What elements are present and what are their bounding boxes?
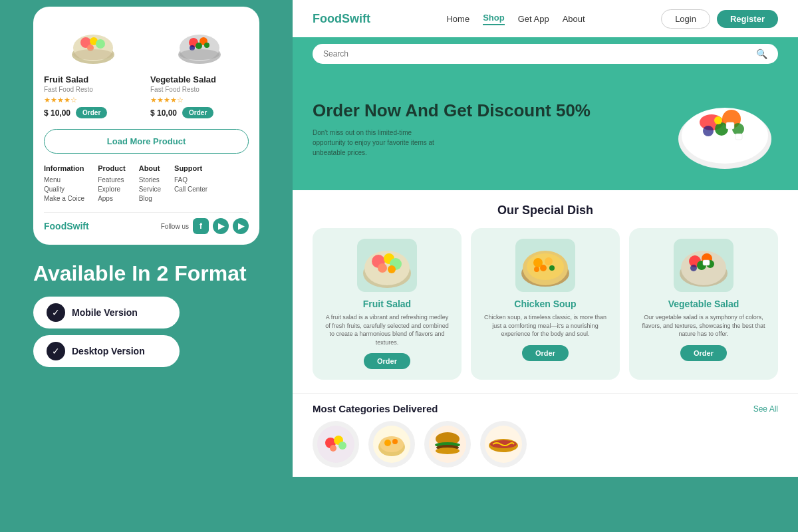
- category-salad[interactable]: [313, 421, 359, 467]
- desktop-check-icon: ✓: [47, 342, 65, 360]
- product-row: Fruit Salad Fast Food Resto ★★★★☆ $ 10,0…: [44, 17, 249, 118]
- search-bar: 🔍: [313, 44, 778, 64]
- svg-rect-23: [726, 122, 734, 129]
- card-footer: FoodSwift Follow us f ▶ ▶: [44, 212, 249, 234]
- footer-link-apps[interactable]: Apps: [98, 195, 126, 202]
- soup-category-icon: [372, 424, 412, 464]
- order-button-2[interactable]: Order: [182, 107, 213, 118]
- footer-link-faq[interactable]: FAQ: [174, 176, 207, 184]
- dish-image-chickensoup: [515, 239, 575, 292]
- special-dish-section: Our Special Dish Fruit Salad A fru: [293, 190, 798, 393]
- svg-point-48: [317, 426, 354, 463]
- available-formats-heading: Available In 2 Format: [33, 261, 259, 286]
- category-burger[interactable]: [424, 421, 471, 467]
- svg-point-22: [714, 116, 722, 124]
- order-btn-vegsalad[interactable]: Order: [680, 345, 727, 361]
- footer-col-information: Information Menu Quality Make a Coice: [44, 164, 84, 204]
- product-subtitle-2: Fast Food Resto: [150, 86, 200, 93]
- svg-point-20: [703, 126, 714, 136]
- footer-col-support-heading: Support: [174, 164, 207, 172]
- burger-category-icon: [428, 424, 467, 464]
- login-button[interactable]: Login: [661, 9, 710, 29]
- nav-links: Home Shop Get App About: [446, 13, 585, 25]
- hero-title: Order Now And Get Discount 50%: [313, 100, 591, 121]
- svg-point-52: [330, 445, 336, 452]
- mobile-card: Fruit Salad Fast Food Resto ★★★★☆ $ 10,0…: [33, 7, 259, 245]
- see-all-link[interactable]: See All: [753, 404, 778, 414]
- search-section: 🔍: [293, 37, 798, 70]
- footer-col-about: About Stories Service Blog: [139, 164, 161, 204]
- svg-point-31: [388, 265, 396, 273]
- footer-link-menu[interactable]: Menu: [44, 176, 84, 184]
- order-btn-fruitsalad[interactable]: Order: [364, 353, 410, 369]
- dish-name-chickensoup: Chicken Soup: [514, 299, 576, 309]
- svg-rect-47: [703, 260, 710, 265]
- dish-name-vegsalad: Vegetable Salad: [668, 299, 739, 309]
- dish-cards: Fruit Salad A fruit salad is a vibrant a…: [313, 228, 778, 380]
- nav-shop[interactable]: Shop: [483, 13, 505, 25]
- category-soup[interactable]: [368, 421, 415, 467]
- brand-logo: FoodSwift: [313, 12, 370, 26]
- product-name-1: Fruit Salad: [44, 74, 88, 84]
- follow-text: Follow us: [161, 223, 189, 230]
- dish-image-vegsalad: [674, 239, 733, 292]
- svg-point-38: [549, 265, 555, 271]
- footer-link-quality[interactable]: Quality: [44, 186, 84, 193]
- svg-point-39: [534, 267, 539, 272]
- load-more-button[interactable]: Load More Product: [44, 129, 249, 154]
- footer-link-service[interactable]: Service: [139, 186, 161, 193]
- facebook-icon[interactable]: f: [193, 218, 209, 234]
- hero-section: Order Now And Get Discount 50% Don't mis…: [293, 70, 798, 190]
- nav-actions: Login Register: [661, 9, 778, 29]
- product-subtitle-1: Fast Food Resto: [44, 86, 93, 93]
- svg-point-55: [380, 436, 404, 452]
- hero-text: Order Now And Get Discount 50% Don't mis…: [313, 100, 591, 158]
- footer-links: Information Menu Quality Make a Coice Pr…: [44, 164, 249, 204]
- categories-section: Most Categories Delivered See All: [293, 393, 798, 477]
- register-button[interactable]: Register: [717, 10, 778, 28]
- mobile-version-option[interactable]: ✓ Mobile Version: [33, 297, 180, 329]
- svg-point-4: [96, 39, 105, 49]
- special-dish-title: Our Special Dish: [313, 203, 778, 217]
- footer-col-about-heading: About: [139, 164, 161, 172]
- svg-point-30: [378, 263, 387, 273]
- vegetable-salad-image: [174, 23, 225, 66]
- desktop-version-option[interactable]: ✓ Desktop Version: [33, 335, 180, 367]
- svg-point-37: [540, 265, 547, 271]
- footer-brand: FoodSwift: [44, 221, 89, 231]
- footer-col-information-heading: Information: [44, 164, 84, 172]
- footer-link-features[interactable]: Features: [98, 176, 126, 184]
- search-icon: 🔍: [756, 49, 767, 59]
- nav-about[interactable]: About: [563, 14, 585, 24]
- right-panel: FoodSwift Home Shop Get App About Login …: [293, 0, 798, 532]
- dish-card-vegsalad: Vegetable Salad Our vegetable salad is a…: [629, 228, 778, 380]
- fruit-salad-image: [67, 23, 119, 66]
- product-price-1: $ 10,00: [44, 108, 70, 118]
- footer-link-callcenter[interactable]: Call Center: [174, 186, 207, 193]
- svg-point-13: [204, 43, 209, 48]
- product-name-2: Vegetable Salad: [150, 74, 216, 84]
- youtube-icon[interactable]: ▶: [213, 218, 229, 234]
- nav-home[interactable]: Home: [446, 14, 469, 24]
- desktop-version-label: Desktop Version: [72, 346, 145, 356]
- svg-rect-24: [735, 134, 742, 140]
- footer-link-make[interactable]: Make a Coice: [44, 195, 84, 202]
- follow-section: Follow us f ▶ ▶: [161, 218, 249, 234]
- social-icon-3[interactable]: ▶: [233, 218, 249, 234]
- order-btn-chickensoup[interactable]: Order: [522, 345, 569, 361]
- footer-col-product: Product Features Explore Apps: [98, 164, 126, 204]
- hotdog-category-icon: [483, 424, 523, 464]
- category-hotdog[interactable]: [480, 421, 527, 467]
- product-image-1: [44, 17, 142, 70]
- search-input[interactable]: [323, 49, 751, 59]
- order-button-1[interactable]: Order: [76, 107, 107, 118]
- footer-link-stories[interactable]: Stories: [139, 176, 161, 184]
- dish-card-chickensoup: Chicken Soup Chicken soup, a timeless cl…: [471, 228, 620, 380]
- available-formats-section: Available In 2 Format ✓ Mobile Version ✓…: [33, 261, 259, 374]
- product-image-2: [150, 17, 249, 70]
- dish-card-fruitsalad: Fruit Salad A fruit salad is a vibrant a…: [313, 228, 462, 380]
- nav-getapp[interactable]: Get App: [518, 14, 549, 24]
- footer-link-blog[interactable]: Blog: [139, 195, 161, 202]
- hero-food-image: [672, 86, 778, 172]
- footer-link-explore[interactable]: Explore: [98, 186, 126, 193]
